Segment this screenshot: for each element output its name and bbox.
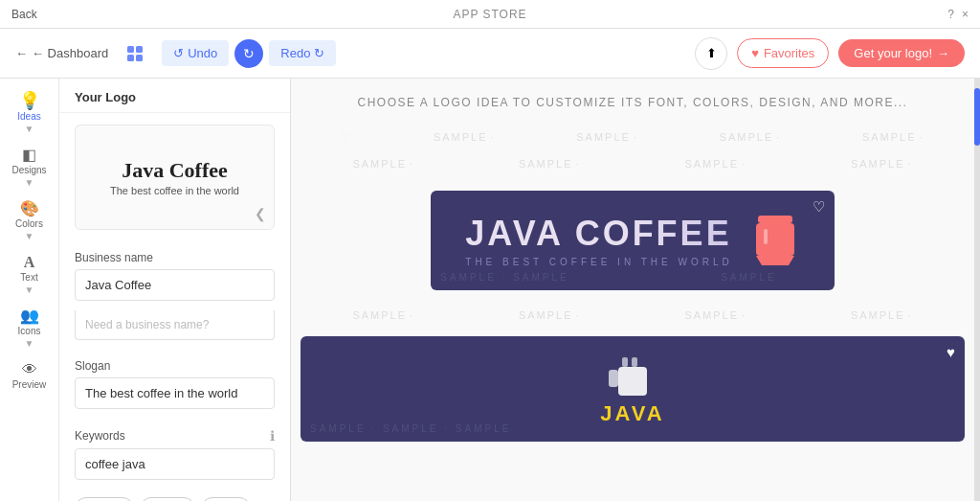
keywords-info-icon[interactable]: ℹ	[270, 428, 275, 444]
bottom-logo-title: JAVA	[600, 401, 664, 426]
toolbar: ↺ Undo ↻ Redo ↻	[162, 39, 336, 68]
sample-item: SAMPLE ·	[720, 131, 782, 143]
sample-item: SAMPLE ·	[352, 309, 414, 321]
sample-item: SAMPLE ·	[684, 158, 746, 170]
your-logo-label: Your Logo	[75, 90, 136, 104]
sidebar-icons: 💡 Ideas ▼ ◧ Designs ▼ 🎨 Colors ▼ A Text …	[0, 79, 59, 501]
sample-item: SAMPLE ·	[576, 131, 638, 143]
slogan-section: Slogan	[59, 350, 290, 419]
arrow-right-icon: →	[937, 46, 949, 60]
undo-label: Undo	[188, 46, 217, 60]
bottom-sample-watermark: SAMPLE · SAMPLE · SAMPLE	[310, 423, 511, 434]
share-button[interactable]: ⬆	[695, 37, 727, 70]
favorites-button[interactable]: ♥ Favorites	[737, 38, 829, 68]
sample-row-2: SAMPLE · SAMPLE · SAMPLE · SAMPLE ·	[301, 150, 965, 177]
svg-rect-4	[758, 216, 792, 223]
bottom-logo-card[interactable]: JAVA ♥ SAMPLE · SAMPLE · SAMPLE	[301, 336, 965, 442]
slogan-input[interactable]	[75, 377, 275, 409]
left-panel: Your Logo Java Coffee The best coffee in…	[59, 79, 291, 501]
undo-icon: ↺	[173, 46, 184, 60]
help-button[interactable]: ?	[947, 8, 954, 21]
sample-item: SAMPLE ·	[862, 131, 924, 143]
featured-heart-icon[interactable]: ♡	[813, 198, 825, 216]
featured-title: JAVA COFFEE	[465, 214, 732, 254]
sidebar-item-icons[interactable]: 👥 Icons ▼	[4, 303, 56, 354]
heart-icon: ♥	[751, 46, 759, 60]
main-header: ← ← Dashboard ↺ Undo ↻ Redo ↻ ⬆	[0, 29, 980, 79]
ideas-arrow: ▼	[25, 124, 34, 134]
designs-label: Designs	[11, 165, 46, 175]
business-name-input[interactable]	[75, 269, 275, 301]
keyword-tag-cocoa[interactable]: cocoa	[140, 497, 195, 501]
text-arrow: ▼	[25, 285, 34, 295]
app-store-label: APP STORE	[453, 8, 526, 21]
coffee-cup-icon	[750, 212, 800, 269]
svg-rect-11	[632, 357, 637, 367]
dashboard-link[interactable]: ← ← Dashboard	[15, 46, 108, 60]
logo-preview-box: Java Coffee The best coffee in the world…	[75, 125, 275, 230]
icons-icon: 👥	[20, 308, 39, 324]
preview-icon: 👁	[22, 362, 37, 377]
redo-label: Redo	[280, 46, 310, 60]
undo-button[interactable]: ↺ Undo	[162, 40, 229, 66]
ideas-label: Ideas	[17, 111, 40, 122]
sample-row-1: ♡ SAMPLE · SAMPLE · SAMPLE · SAMPLE ·	[301, 123, 965, 150]
sidebar-item-colors[interactable]: 🎨 Colors ▼	[4, 195, 56, 247]
heart-outline-icon: ♡	[341, 130, 352, 143]
sample-item: SAMPLE ·	[434, 131, 496, 143]
keyword-tag-drink[interactable]: drink	[201, 497, 251, 501]
sample-item: SAMPLE ·	[352, 158, 414, 170]
right-scrollbar[interactable]	[974, 79, 980, 501]
keywords-label: Keywords	[75, 429, 125, 443]
svg-rect-10	[622, 357, 628, 367]
sidebar-item-text[interactable]: A Text ▼	[4, 249, 56, 301]
svg-rect-8	[618, 367, 647, 396]
svg-rect-5	[756, 223, 794, 256]
logo-preview-title: Java Coffee	[122, 158, 228, 183]
refresh-button[interactable]: ↻	[234, 39, 263, 68]
sample-item: ♡	[341, 130, 352, 143]
scrollbar-thumb[interactable]	[974, 88, 980, 146]
bottom-logo-content: JAVA	[600, 353, 664, 426]
content-header: CHOOSE A LOGO IDEA TO CUSTOMIZE ITS FONT…	[291, 79, 974, 119]
main-content: 💡 Ideas ▼ ◧ Designs ▼ 🎨 Colors ▼ A Text …	[0, 79, 980, 501]
colors-arrow: ▼	[25, 231, 34, 241]
sample-row-3: SAMPLE · SAMPLE · SAMPLE · SAMPLE ·	[301, 302, 965, 329]
svg-rect-9	[609, 370, 618, 387]
svg-marker-6	[756, 256, 794, 265]
back-link[interactable]: Back	[11, 8, 37, 21]
sidebar-item-designs[interactable]: ◧ Designs ▼	[4, 142, 56, 194]
business-name-label: Business name	[75, 251, 275, 264]
business-name-placeholder-input[interactable]	[75, 310, 275, 340]
featured-subtitle: THE BEST COFFEE IN THE WORLD	[465, 257, 732, 267]
content-area[interactable]: CHOOSE A LOGO IDEA TO CUSTOMIZE ITS FONT…	[291, 79, 974, 501]
svg-rect-7	[764, 229, 768, 244]
sample-watermark-right: SAMPLE	[721, 272, 777, 283]
dashboard-label: ← Dashboard	[32, 46, 108, 60]
top-bar: Back APP STORE ? ×	[0, 0, 980, 29]
chevron-down-icon: ❮	[255, 206, 266, 221]
svg-rect-1	[136, 46, 143, 53]
featured-logo-card[interactable]: JAVA COFFEE THE BEST COFFEE IN THE WORLD…	[431, 191, 834, 290]
ideas-icon: 💡	[19, 92, 40, 109]
keywords-input[interactable]	[75, 448, 275, 480]
logo-preview-subtitle: The best coffee in the world	[110, 185, 239, 196]
refresh-icon: ↻	[243, 46, 255, 61]
redo-button[interactable]: Redo ↻	[269, 40, 336, 66]
sidebar-item-preview[interactable]: 👁 Preview	[4, 356, 56, 396]
keyword-tag-mocha[interactable]: mocha	[75, 497, 134, 501]
business-name-placeholder-section	[59, 310, 290, 350]
your-logo-header: Your Logo	[59, 79, 290, 113]
sample-item: SAMPLE ·	[519, 158, 581, 170]
sample-watermark-left: SAMPLE · SAMPLE	[440, 272, 568, 283]
designs-arrow: ▼	[25, 177, 34, 188]
bottom-heart-icon[interactable]: ♥	[947, 344, 955, 360]
get-logo-button[interactable]: Get your logo! →	[838, 39, 965, 67]
sample-item: SAMPLE ·	[851, 158, 913, 170]
share-icon: ⬆	[706, 46, 717, 60]
sidebar-item-ideas[interactable]: 💡 Ideas ▼	[4, 86, 56, 140]
colors-label: Colors	[15, 218, 43, 229]
close-button[interactable]: ×	[962, 8, 969, 21]
mug-icon	[609, 353, 657, 405]
app-logo-icon	[120, 38, 150, 69]
